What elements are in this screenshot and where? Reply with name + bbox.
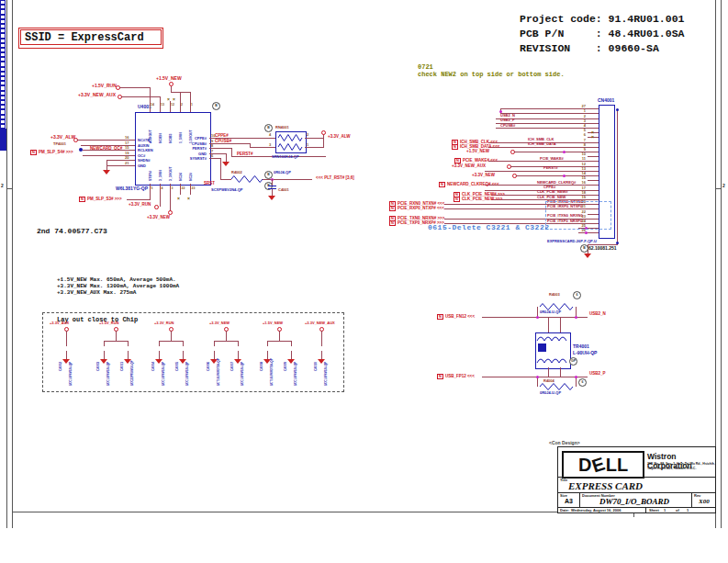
connector-pin-stub — [588, 161, 599, 162]
pin-number: 4 — [269, 132, 271, 137]
cap-part: SCC22PF50VJ4-QP — [130, 360, 134, 386]
connector-pin-stub — [588, 156, 599, 157]
connector-pin-stub — [588, 180, 599, 181]
wire — [321, 331, 322, 341]
tb-divider — [579, 492, 580, 507]
chip-pin-number: 22 — [182, 186, 185, 190]
connector-pin-stub — [588, 199, 599, 200]
rev-note-text: check NEW2 on top side or bottom side. — [418, 71, 565, 78]
n-box: N — [439, 182, 445, 187]
zone-tick — [715, 188, 721, 189]
wire — [104, 341, 128, 342]
port-label-text: PM_SLP_S4# — [39, 150, 65, 154]
wire-net-label: PERST# — [543, 165, 558, 170]
net-label: +3.3V_NEW — [472, 173, 495, 177]
cap-part: SCC1UF6V3J4-QP — [162, 362, 165, 386]
junction-dot — [563, 151, 566, 153]
port-label: NUSB_FP12 <<< — [437, 374, 475, 379]
chip-pin-number: 14 — [151, 103, 154, 107]
port-arrow: >>> — [115, 197, 122, 201]
pin-number: 2 — [307, 132, 308, 137]
connector-pin-stub — [588, 171, 599, 172]
wire — [159, 341, 160, 346]
port-label: NPCIE_RXP0_NTXP# <<< — [389, 206, 444, 211]
no-connect-x: × — [591, 134, 594, 140]
wire-net-label: NEWCARD_CLKREQ# — [537, 180, 576, 185]
wire — [321, 351, 322, 359]
port-label-text: PCIE_WAKE# — [463, 158, 489, 163]
port-arrow: >>> — [66, 150, 73, 154]
connector-pin-stub — [588, 166, 599, 167]
testpoint-label: TP4001 — [53, 141, 66, 146]
port-label-text: PCIE_RXP0_NTXP# — [398, 206, 436, 210]
wire — [231, 148, 232, 156]
dell-logo: DELL — [562, 451, 644, 479]
resistor-zigzag — [278, 143, 302, 151]
company-address: Taipei Hsien 221, Taiwan, R.O.C. — [647, 467, 696, 470]
wire — [548, 367, 549, 377]
cap-refdes: C4007 — [230, 362, 234, 371]
cap-part: SCT10UF6V3TB4-QP — [270, 358, 274, 386]
resistor-refdes: R4002 — [231, 170, 242, 175]
n-box: N — [30, 150, 37, 155]
ssid-text: SSID = ExpressCard — [20, 29, 162, 45]
layout-box — [42, 312, 344, 392]
port-arrow: >>> — [436, 216, 444, 220]
wire — [183, 341, 184, 346]
date-label: Date: — [560, 508, 569, 512]
wire — [83, 155, 124, 156]
frame-line — [12, 0, 13, 528]
port-label-text: PCIE_TXN0_NRXN# — [398, 216, 436, 220]
title-block: DELL Wistron Corporation 21F, No. 88, Se… — [557, 446, 716, 513]
resistor-zigzag — [231, 175, 263, 183]
net-label: +3.3V_NEW — [147, 215, 170, 220]
resistor-part: 0R0J4-U-QP — [540, 390, 561, 395]
junction-dot — [585, 231, 588, 234]
wire — [83, 150, 124, 151]
wire — [160, 195, 161, 207]
connector-flag: B — [580, 244, 588, 253]
rail-label: +3.3V_NEW — [209, 321, 230, 325]
rev-note: 0721 check NEW2 on top side or bottom si… — [418, 63, 565, 78]
wire — [220, 148, 231, 149]
net-label: +3.3V_ALW — [328, 134, 350, 139]
wire — [238, 341, 239, 346]
chip-pin-name: SYSRST# — [149, 156, 207, 161]
dell-logo-letter: E — [590, 454, 608, 475]
pin-number: 3 — [269, 142, 271, 147]
second-source-note: 2nd 74.00577.C73 — [37, 227, 107, 235]
n-box: N — [437, 374, 443, 379]
chip-pin-number: 13 — [161, 103, 164, 107]
no-connect-x: × — [173, 96, 175, 102]
port-label-text: ICH_SMB_DATA — [460, 144, 491, 149]
wire — [214, 341, 238, 342]
connector-pin-stub — [588, 175, 599, 176]
wire — [305, 138, 323, 139]
cap-part: SCC1UF6V3J4-QP — [324, 362, 328, 386]
wire — [150, 87, 151, 103]
resistor-zigzag — [540, 383, 573, 390]
cap-refdes: C4002 — [59, 362, 62, 371]
port-arrow: <<< — [467, 374, 475, 378]
r4004-flag: 6 — [578, 378, 587, 387]
dell-logo-letter: L — [606, 456, 617, 474]
port-label: NNEWCARD_CLKREQ# <<< — [439, 182, 499, 187]
cap-part: SCC1UF6V3J4-QP — [294, 362, 297, 386]
resistor-refdes: R4003 — [549, 292, 560, 297]
chip-pin-number: 21 — [125, 161, 129, 165]
frame-line — [6, 0, 7, 528]
port-label-text: PM_SLP_S3# — [87, 197, 114, 201]
company-address: 21F, No. 88, Sec. 1, Hsin Tai Wu Rd., Hs… — [647, 462, 715, 466]
wire — [272, 179, 273, 186]
wire — [106, 165, 124, 166]
connector-pin-stub — [588, 113, 599, 114]
wire — [485, 185, 588, 186]
wire — [128, 351, 129, 359]
wire — [214, 351, 215, 359]
junction-dot — [575, 376, 577, 378]
port-arrow: <<< — [491, 144, 499, 149]
connector-pin-stub — [588, 118, 599, 119]
rail-label: +1.5V_NEW — [263, 321, 283, 325]
choke-core — [538, 343, 546, 352]
chip-pin-number: 4 — [162, 186, 163, 190]
